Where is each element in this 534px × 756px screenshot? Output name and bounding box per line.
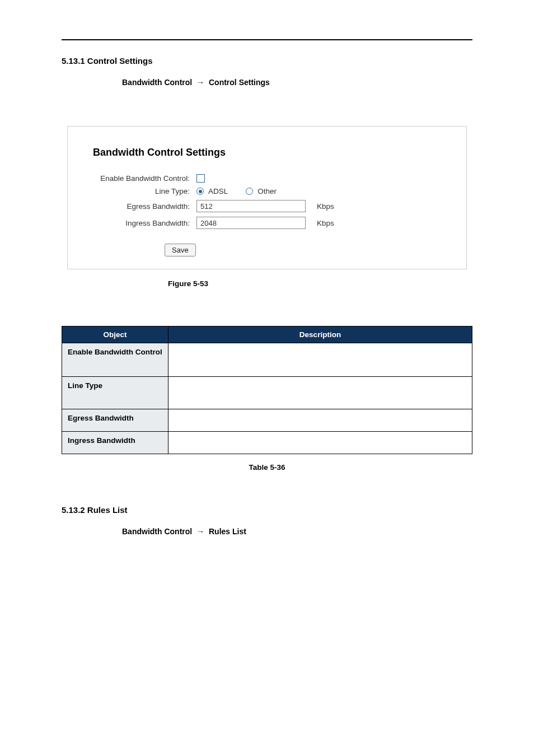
table-header-object: Object bbox=[62, 326, 168, 343]
ingress-input[interactable] bbox=[196, 217, 306, 229]
ingress-label: Ingress Bandwidth: bbox=[93, 219, 196, 227]
table-cell-object: Line Type bbox=[62, 377, 168, 409]
enable-bandwidth-label: Enable Bandwidth Control: bbox=[93, 174, 196, 183]
table-cell-description bbox=[168, 432, 472, 454]
section-heading-rules-list: 5.13.2 Rules List bbox=[62, 505, 472, 515]
line-type-radio-adsl[interactable] bbox=[196, 188, 204, 195]
table-row: Line Type bbox=[62, 377, 472, 409]
arrow-icon: → bbox=[194, 78, 207, 87]
table-row: Enable Bandwidth Control bbox=[62, 343, 472, 377]
line-type-option-adsl: ADSL bbox=[208, 187, 228, 195]
line-type-row: Line Type: ADSL Other bbox=[93, 187, 455, 195]
figure-caption: Figure 5-53 bbox=[62, 279, 472, 288]
enable-bandwidth-row: Enable Bandwidth Control: bbox=[93, 174, 455, 183]
table-cell-description bbox=[168, 377, 472, 409]
breadcrumb-part-b: Rules List bbox=[209, 527, 246, 536]
breadcrumb-part-b: Control Settings bbox=[209, 78, 270, 87]
line-type-option-other: Other bbox=[257, 187, 277, 195]
arrow-icon: → bbox=[194, 527, 207, 536]
save-button[interactable]: Save bbox=[165, 244, 196, 256]
enable-bandwidth-checkbox[interactable] bbox=[196, 174, 205, 183]
table-cell-object: Egress Bandwidth bbox=[62, 409, 168, 432]
table-cell-description bbox=[168, 409, 472, 432]
table-cell-description bbox=[168, 343, 472, 377]
line-type-radio-other[interactable] bbox=[246, 188, 253, 195]
breadcrumb: Bandwidth Control → Rules List bbox=[62, 527, 472, 536]
description-table: Object Description Enable Bandwidth Cont… bbox=[62, 326, 472, 454]
breadcrumb-part-a: Bandwidth Control bbox=[122, 527, 192, 536]
egress-row: Egress Bandwidth: Kbps bbox=[93, 200, 455, 212]
ingress-row: Ingress Bandwidth: Kbps bbox=[93, 217, 455, 229]
table-caption: Table 5-36 bbox=[62, 463, 472, 472]
ingress-unit: Kbps bbox=[310, 219, 334, 227]
table-cell-object: Ingress Bandwidth bbox=[62, 432, 168, 454]
breadcrumb: Bandwidth Control → Control Settings bbox=[62, 78, 472, 87]
table-row: Ingress Bandwidth bbox=[62, 432, 472, 454]
table-header-description: Description bbox=[168, 326, 472, 343]
egress-unit: Kbps bbox=[310, 202, 334, 211]
bandwidth-control-panel: Bandwidth Control Settings Enable Bandwi… bbox=[67, 126, 467, 269]
horizontal-rule bbox=[62, 39, 472, 40]
table-row: Egress Bandwidth bbox=[62, 409, 472, 432]
egress-label: Egress Bandwidth: bbox=[93, 202, 196, 211]
breadcrumb-part-a: Bandwidth Control bbox=[122, 78, 192, 87]
egress-input[interactable] bbox=[196, 200, 306, 212]
table-cell-object: Enable Bandwidth Control bbox=[62, 343, 168, 377]
panel-title: Bandwidth Control Settings bbox=[93, 147, 455, 158]
section-heading-control-settings: 5.13.1 Control Settings bbox=[62, 56, 472, 66]
line-type-label: Line Type: bbox=[93, 187, 196, 195]
